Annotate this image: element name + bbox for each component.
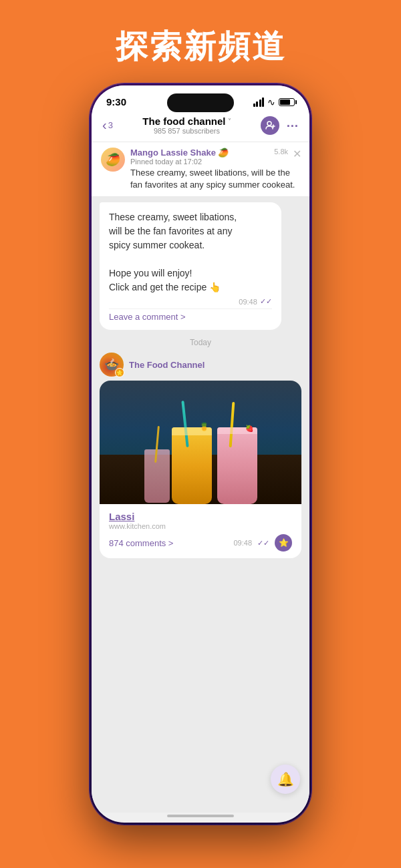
channel-name: The food channel: [142, 116, 225, 127]
channel-avatar: 🍲 ⭐: [100, 353, 124, 377]
comment-star-button[interactable]: ⭐: [275, 534, 292, 552]
wifi-icon: ∿: [267, 97, 275, 107]
subscribers-count: 985 857 subscribers: [113, 127, 261, 135]
more-options-button[interactable]: ⋯: [286, 118, 299, 133]
post-card: 🍍 🍓: [100, 381, 301, 558]
post-url: www.kitchen.com: [109, 522, 292, 530]
chevron-down-icon: ˅: [228, 118, 231, 125]
home-indicator: [167, 815, 234, 817]
channel-post: 🍲 ⭐ The Food Channel: [100, 353, 301, 558]
pinned-avatar: 🥭: [101, 148, 125, 172]
glass-pink: 🍓: [217, 427, 257, 504]
read-check-icon: ✓✓: [260, 297, 272, 306]
message-time: 09:48: [239, 298, 257, 306]
back-arrow-icon: ‹: [102, 118, 107, 133]
post-read-icon: ✓✓: [257, 539, 269, 548]
chat-header: ‹ 3 The food channel ˅ 985 857 subscribe…: [92, 112, 309, 142]
glass-small: [144, 449, 170, 503]
header-center: The food channel ˅ 985 857 subscribers: [113, 116, 261, 135]
post-link[interactable]: Lassi: [109, 511, 292, 522]
post-image: 🍍 🍓: [100, 381, 301, 504]
chat-content[interactable]: 🥭 Mango Lassie Shake 🥭 Pinned today at 1…: [92, 142, 309, 813]
back-button[interactable]: ‹ 3: [102, 118, 113, 133]
add-member-button[interactable]: [261, 116, 279, 135]
post-time: 09:48: [233, 539, 252, 547]
notification-fab[interactable]: 🔔: [271, 765, 300, 794]
pinned-message-banner[interactable]: 🥭 Mango Lassie Shake 🥭 Pinned today at 1…: [92, 142, 309, 197]
phone-frame: 9:30 ∿: [90, 83, 311, 825]
svg-point-0: [267, 122, 271, 126]
leave-comment-link[interactable]: Leave a comment >: [109, 308, 272, 322]
message-bubble: These creamy, sweet libations,will be th…: [100, 202, 281, 330]
pinned-views: 5.8k: [274, 148, 288, 156]
dynamic-island: [167, 93, 234, 112]
close-icon[interactable]: ✕: [293, 148, 301, 160]
post-comments-link[interactable]: 874 comments >: [109, 538, 173, 548]
message-text: These creamy, sweet libations,will be th…: [109, 210, 272, 294]
glass-yellow: 🍍: [172, 427, 212, 504]
pinned-subtitle: Pinned today at 17:02: [130, 158, 300, 166]
date-divider: Today: [92, 330, 309, 353]
channel-post-name: The Food Channel: [129, 360, 205, 370]
page-title: 探索新頻道: [0, 0, 401, 68]
pinned-text: These creamy, sweet libations, will be t…: [130, 167, 300, 191]
status-time: 9:30: [106, 96, 126, 107]
